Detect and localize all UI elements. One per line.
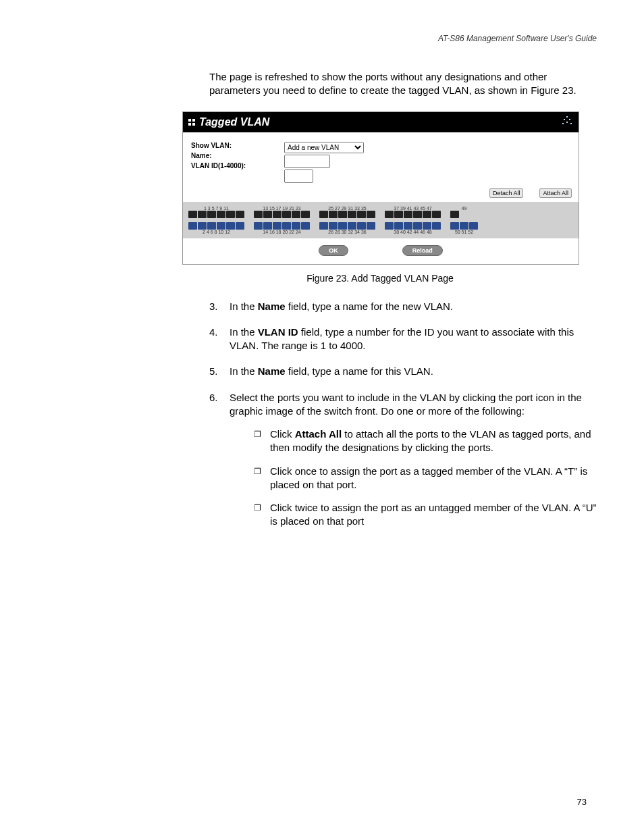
- svg-rect-1: [192, 119, 195, 122]
- bullet-click-once: ❐ Click once to assign the port as a tag…: [254, 465, 597, 492]
- tagged-vlan-screenshot: Tagged VLAN Show VLAN: Name: VLAN ID(1-4…: [182, 111, 597, 265]
- port-graphic[interactable]: 1 3 5 7 9 11 2 4 6 8 10 12 13 15 17 19 2…: [183, 202, 579, 238]
- show-vlan-select[interactable]: Add a new VLAN: [284, 142, 364, 153]
- port-nums-top-2: 13 15 17 19 21 23: [254, 206, 310, 211]
- svg-rect-9: [570, 123, 572, 124]
- bullet-marker-icon: ❐: [254, 427, 263, 455]
- svg-rect-8: [562, 123, 564, 124]
- vlan-panel-header: Tagged VLAN: [183, 112, 579, 132]
- svg-rect-6: [569, 119, 570, 120]
- vlan-id-input[interactable]: [284, 170, 313, 183]
- port-nums-bot-4: 38 40 42 44 46 48: [385, 230, 441, 234]
- label-show-vlan: Show VLAN:: [191, 142, 265, 149]
- step-5: 5. In the Name field, type a name for th…: [209, 365, 597, 378]
- svg-rect-2: [188, 123, 191, 126]
- step-6: 6. Select the ports you want to include …: [209, 391, 597, 538]
- bullet-attach-all: ❐ Click Attach All to attach all the por…: [254, 427, 597, 455]
- attach-all-button[interactable]: Attach All: [539, 188, 572, 198]
- bullet-click-twice: ❐ Click twice to assign the port as an u…: [254, 501, 597, 529]
- step-4: 4. In the VLAN ID field, type a number f…: [209, 325, 597, 353]
- port-nums-bot-3: 26 28 30 32 34 36: [319, 230, 375, 234]
- name-input[interactable]: [284, 155, 330, 168]
- svg-rect-5: [564, 119, 565, 120]
- detach-all-button[interactable]: Detach All: [489, 188, 524, 198]
- svg-rect-7: [566, 122, 568, 123]
- svg-rect-0: [188, 119, 191, 122]
- port-nums-bot-5: 50 51 52: [450, 230, 478, 234]
- intro-paragraph: The page is refreshed to show the ports …: [209, 70, 597, 98]
- port-nums-bot-2: 14 16 18 20 22 24: [254, 230, 310, 234]
- figure-caption: Figure 23. Add Tagged VLAN Page: [182, 273, 578, 284]
- bullet-marker-icon: ❐: [254, 501, 263, 529]
- sparkle-icon: [561, 115, 573, 130]
- grid-icon: [188, 116, 195, 128]
- port-nums-top-3: 25 27 29 31 33 35: [319, 206, 375, 211]
- page-number: 73: [577, 797, 587, 807]
- ok-button[interactable]: OK: [319, 245, 348, 256]
- bullet-marker-icon: ❐: [254, 465, 263, 492]
- port-nums-top-4: 37 39 41 43 45 47: [385, 206, 441, 211]
- vlan-title: Tagged VLAN: [199, 116, 269, 128]
- port-nums-top-1: 1 3 5 7 9 11: [188, 206, 244, 211]
- label-vlan-id: VLAN ID(1-4000):: [191, 162, 265, 170]
- svg-rect-3: [192, 123, 195, 126]
- reload-button[interactable]: Reload: [402, 245, 443, 256]
- svg-rect-4: [566, 116, 568, 118]
- step-3: 3. In the Name field, type a name for th…: [209, 300, 597, 313]
- header-guide-title: AT-S86 Management Software User's Guide: [47, 34, 597, 43]
- port-nums-bot-1: 2 4 6 8 10 12: [188, 230, 244, 234]
- port-nums-top-5: 49: [450, 206, 478, 211]
- label-name: Name:: [191, 152, 265, 159]
